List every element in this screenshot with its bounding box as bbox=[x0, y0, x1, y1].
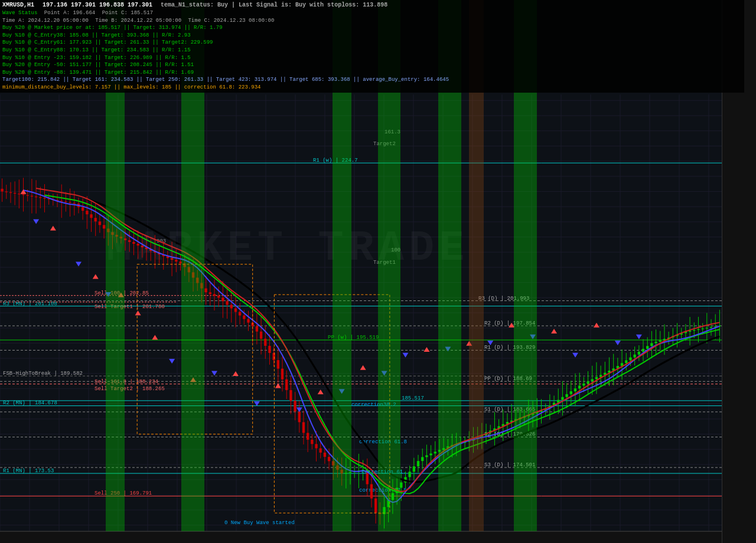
buy-entry-88: Buy %20 @ Entry -88: 139.471 || Target: … bbox=[2, 70, 194, 76]
time-b: Time B: 2024.12.22 05:00:00 bbox=[95, 18, 181, 24]
buy-market: Buy %20 @ Market price or at: 185.517 ||… bbox=[2, 25, 223, 31]
point-a: Point A: 196.664 bbox=[44, 10, 95, 16]
buy-c-entry38: Buy %10 @ C_Entry38: 185.08 || Target: 3… bbox=[2, 32, 191, 38]
point-c: Point C: 185.517 bbox=[102, 10, 153, 16]
buy-c-entry88: Buy %10 @ C_Entry88: 170.13 || Target: 2… bbox=[2, 47, 191, 53]
targets-info: Target100: 215.842 || Target 161: 234.58… bbox=[2, 77, 449, 83]
min-distance: minimum_distance_buy_levels: 7.157 || ma… bbox=[2, 84, 260, 90]
chart-symbol: XMRUSD,H1 bbox=[2, 2, 34, 8]
indicator-info: tema_N1_status: Buy | Last Signal is: Bu… bbox=[161, 2, 387, 8]
time-axis bbox=[0, 531, 722, 543]
buy-c-entry61: Buy %10 @ C_Entry61: 177.923 || Target: … bbox=[2, 40, 213, 45]
time-a: Time A: 2024.12.20 05:00:00 bbox=[2, 18, 89, 24]
top-info-bar: XMRUSD,H1 197.136 197.301 196.838 197.30… bbox=[0, 0, 744, 93]
buy-entry-23: Buy %10 @ Entry -23: 159.182 || Target: … bbox=[2, 55, 191, 61]
chart-ohlc: 197.136 197.301 196.838 197.301 bbox=[43, 2, 152, 8]
time-c: Time C: 2024.12.23 08:00:00 bbox=[188, 18, 274, 24]
buy-entry-50: Buy %20 @ Entry -50: 151.177 || Target: … bbox=[2, 62, 194, 68]
chart-container: MARKET TRADE XMRUSD,H1 197.136 197.301 1… bbox=[0, 0, 756, 543]
wave-status: Wave Status bbox=[2, 10, 37, 16]
